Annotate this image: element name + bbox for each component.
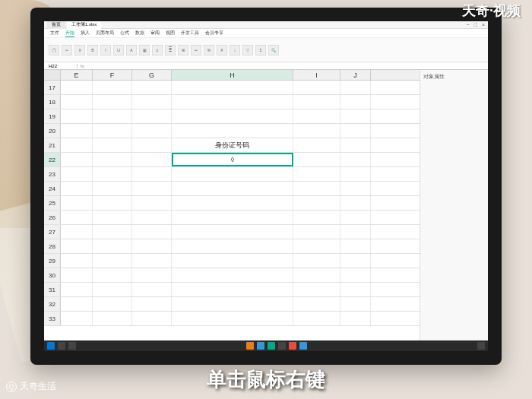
sort-button[interactable]: ↕ (230, 45, 240, 55)
cell-I17[interactable] (293, 81, 340, 94)
cell-I22[interactable] (293, 153, 340, 166)
cell-J31[interactable] (340, 283, 371, 296)
cell-G32[interactable] (132, 297, 172, 311)
ribbon-tab-vip[interactable]: 会员专享 (205, 30, 223, 36)
taskbar-app-1[interactable] (246, 342, 254, 350)
cell-I20[interactable] (293, 124, 340, 138)
cell-G22[interactable] (132, 153, 172, 166)
cell-H31[interactable] (172, 283, 293, 296)
row-header-23[interactable]: 23 (44, 167, 61, 181)
cell-F23[interactable] (93, 167, 132, 181)
cell-F20[interactable] (93, 124, 132, 138)
underline-button[interactable]: U (113, 45, 124, 55)
col-header-H[interactable]: H (172, 70, 293, 80)
row-header-28[interactable]: 28 (44, 239, 61, 253)
cell-F27[interactable] (93, 225, 132, 239)
cell-J29[interactable] (340, 254, 371, 268)
cell-H22[interactable]: ◊ (172, 153, 293, 166)
align-center-button[interactable]: ≣ (165, 45, 176, 55)
cell-F33[interactable] (93, 312, 132, 325)
col-header-J[interactable]: J (340, 70, 371, 80)
cell-F18[interactable] (93, 95, 132, 109)
cell-J24[interactable] (340, 182, 371, 195)
cell-J27[interactable] (340, 225, 371, 239)
cell-I28[interactable] (293, 239, 340, 253)
ribbon-tab-start[interactable]: 开始 (65, 30, 74, 37)
taskbar-app-4[interactable] (278, 342, 286, 350)
taskbar-app-5[interactable] (289, 342, 296, 350)
row-header-21[interactable]: 21 (44, 138, 61, 152)
cell-G31[interactable] (132, 283, 172, 296)
row-header-29[interactable]: 29 (44, 254, 61, 268)
taskbar-app-2[interactable] (257, 342, 264, 350)
col-header-I[interactable]: I (293, 70, 340, 80)
ribbon-tab-dev[interactable]: 开发工具 (181, 30, 199, 36)
ribbon-tab-review[interactable]: 审阅 (150, 30, 160, 36)
italic-button[interactable]: I (100, 45, 111, 55)
cell-I19[interactable] (293, 109, 340, 123)
cell-G25[interactable] (132, 196, 172, 210)
cell-G18[interactable] (132, 95, 172, 109)
cell-H28[interactable] (172, 239, 293, 253)
cell-J18[interactable] (340, 95, 371, 109)
row-header-27[interactable]: 27 (44, 225, 61, 239)
cell-H33[interactable] (172, 312, 293, 325)
spreadsheet-grid[interactable]: E F G H I J 1718192021身份证号码22◊2324252627… (44, 70, 420, 344)
wrap-button[interactable]: ↵ (191, 45, 201, 55)
find-button[interactable]: 🔍 (268, 45, 279, 55)
number-button[interactable]: % (204, 45, 214, 55)
cell-J25[interactable] (340, 196, 371, 210)
cell-I21[interactable] (293, 138, 340, 152)
cell-F22[interactable] (93, 153, 132, 166)
cell-J21[interactable] (340, 138, 371, 152)
cell-F31[interactable] (93, 283, 132, 296)
ribbon-tab-view[interactable]: 视图 (166, 30, 175, 36)
cell-F17[interactable] (93, 81, 132, 94)
cell-I23[interactable] (293, 167, 340, 181)
cell-E17[interactable] (61, 81, 93, 94)
select-all-corner[interactable] (44, 70, 61, 80)
taskbar-app-6[interactable] (299, 342, 307, 350)
cell-F32[interactable] (93, 297, 132, 311)
merge-button[interactable]: ⊞ (178, 45, 188, 55)
cell-G29[interactable] (132, 254, 172, 268)
cell-J20[interactable] (340, 124, 371, 138)
cell-E22[interactable] (61, 153, 93, 166)
cell-G27[interactable] (132, 225, 172, 239)
taskbar-app-3[interactable] (268, 342, 275, 350)
cell-G20[interactable] (132, 124, 172, 138)
cell-E28[interactable] (61, 239, 93, 253)
cell-H27[interactable] (172, 225, 293, 239)
row-header-33[interactable]: 33 (44, 312, 61, 325)
cell-G19[interactable] (132, 109, 172, 123)
cell-J23[interactable] (340, 167, 371, 181)
cell-H19[interactable] (172, 109, 293, 123)
font-color-button[interactable]: A (126, 45, 137, 55)
cell-E23[interactable] (61, 167, 93, 181)
cell-F19[interactable] (93, 109, 132, 123)
cell-H32[interactable] (172, 297, 293, 311)
row-header-18[interactable]: 18 (44, 95, 61, 109)
minimize-button[interactable]: − (467, 22, 470, 27)
ribbon-tab-insert[interactable]: 插入 (81, 30, 90, 36)
row-header-32[interactable]: 32 (44, 297, 61, 311)
cell-E20[interactable] (61, 124, 93, 138)
cell-I26[interactable] (293, 211, 340, 224)
cell-H29[interactable] (172, 254, 293, 268)
cell-I30[interactable] (293, 268, 340, 282)
maximize-button[interactable]: □ (474, 22, 477, 27)
cell-E33[interactable] (61, 312, 93, 325)
row-header-17[interactable]: 17 (44, 81, 61, 94)
file-tab-home[interactable]: 首页 (47, 21, 65, 29)
name-box[interactable]: H22 (47, 64, 78, 68)
cell-H21[interactable]: 身份证号码 (172, 138, 293, 152)
cell-J19[interactable] (340, 109, 371, 123)
cell-E32[interactable] (61, 297, 93, 311)
cell-G33[interactable] (132, 312, 172, 325)
start-button[interactable] (47, 342, 55, 350)
cell-E31[interactable] (61, 283, 93, 296)
cut-button[interactable]: ✂ (62, 45, 72, 55)
close-button[interactable]: × (482, 22, 485, 27)
cell-E25[interactable] (61, 196, 93, 210)
cell-E26[interactable] (61, 211, 93, 224)
